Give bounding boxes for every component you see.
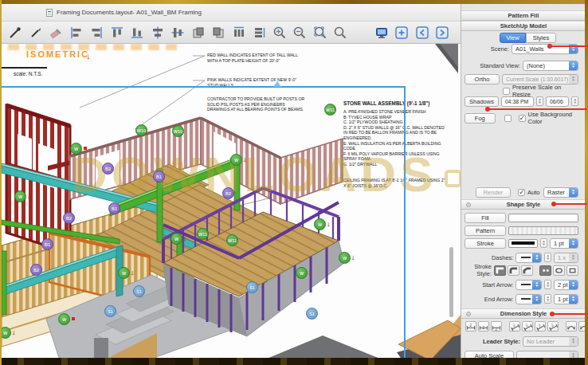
dim-angle-right-button[interactable]: 2 bbox=[547, 321, 559, 332]
shadow-time-field[interactable]: 04:38 PM bbox=[501, 96, 534, 107]
time-stepper-icon[interactable]: ▲▼ bbox=[536, 96, 543, 106]
center-horizontally-tool-icon[interactable] bbox=[169, 24, 186, 41]
preserve-scale-checkbox[interactable] bbox=[503, 88, 510, 95]
callout-badge-b1[interactable]: B1 bbox=[108, 202, 120, 214]
dim-angle-left-button[interactable]: 2 bbox=[535, 321, 546, 332]
align-right-tool-icon[interactable] bbox=[88, 24, 105, 41]
callout-badge-w11[interactable]: W11 bbox=[226, 234, 238, 246]
callout-badge-w10[interactable]: W10 bbox=[172, 125, 184, 137]
zoom-in-tool-icon[interactable] bbox=[271, 24, 288, 41]
eyedropper-tool-icon[interactable] bbox=[6, 24, 24, 41]
previous-page-button-icon[interactable] bbox=[414, 24, 431, 41]
tab-styles[interactable]: Styles bbox=[526, 33, 556, 43]
dim-text-center-button[interactable]: 2 bbox=[478, 321, 489, 332]
zoom-out-tool-icon[interactable] bbox=[291, 24, 308, 41]
tray-collapse-dot[interactable] bbox=[466, 312, 471, 316]
align-left-tool-icon[interactable] bbox=[68, 24, 85, 41]
callout-badge-s1[interactable]: S1 bbox=[246, 281, 258, 293]
render-mode-select[interactable]: Raster ▲▼ bbox=[543, 187, 578, 198]
align-top-tool-icon[interactable] bbox=[108, 24, 126, 41]
selection-box-right[interactable] bbox=[404, 86, 406, 358]
fog-button[interactable]: Fog bbox=[465, 113, 496, 124]
callout-badge-w[interactable]: W↓ bbox=[314, 218, 326, 230]
cap-dash-button[interactable] bbox=[539, 265, 551, 276]
dashes-select[interactable]: ▲▼ bbox=[515, 253, 542, 263]
ortho-button[interactable]: Ortho bbox=[465, 74, 500, 84]
join-miter-button[interactable] bbox=[494, 265, 506, 276]
document-canvas[interactable]: ISOMETRIC ↓ scale: N.T.S. RED WALL INDIC… bbox=[2, 44, 461, 358]
fill-button[interactable]: Fill bbox=[465, 213, 506, 223]
scale-note[interactable]: scale: N.T.S. bbox=[14, 71, 42, 77]
auto-render-checkbox[interactable] bbox=[518, 189, 525, 196]
fog-checkbox[interactable] bbox=[504, 115, 512, 122]
dash-scale-select[interactable]: 1 x ▲▼ bbox=[554, 253, 578, 263]
callout-badge-w10[interactable]: W10 bbox=[135, 124, 147, 136]
pen-tool-icon[interactable] bbox=[27, 24, 45, 41]
background-color-checkbox[interactable] bbox=[519, 115, 526, 122]
fill-swatch[interactable] bbox=[508, 214, 578, 222]
zoom-tool-icon[interactable] bbox=[331, 24, 349, 41]
move-backward-tool-icon[interactable] bbox=[210, 24, 227, 41]
note-red-wall[interactable]: RED WALL INDICATES EXTENT OF TALL WALL W… bbox=[207, 53, 306, 63]
space-vertically-tool-icon[interactable] bbox=[250, 24, 268, 41]
standard-view-select[interactable]: (None) ▲▼ bbox=[523, 61, 578, 71]
add-page-button-icon[interactable] bbox=[393, 24, 410, 41]
sketchup-model-tray-header[interactable]: SketchUp Model bbox=[461, 21, 586, 31]
join-round-button[interactable] bbox=[508, 265, 519, 276]
callout-badge-b2[interactable]: B2 bbox=[63, 212, 75, 224]
date-stepper-icon[interactable]: ▲▼ bbox=[571, 96, 578, 106]
zoom-window-tool-icon[interactable] bbox=[312, 24, 329, 41]
join-bevel-button[interactable] bbox=[521, 265, 533, 276]
dim-angle-aligned-button[interactable]: 2 bbox=[509, 321, 520, 332]
stroke-width-select[interactable]: 1 pt ▲▼ bbox=[550, 238, 578, 249]
callout-badge-w[interactable]: W↓ bbox=[339, 252, 351, 264]
dim-text-below-button[interactable]: 2 bbox=[491, 321, 502, 332]
end-arrow-size-select[interactable]: 1 pt ▲▼ bbox=[554, 294, 578, 304]
next-page-button-icon[interactable] bbox=[433, 24, 451, 41]
render-button[interactable]: Render bbox=[476, 187, 511, 198]
callout-badge-b1[interactable]: B1 bbox=[41, 238, 53, 250]
cap-square-button[interactable] bbox=[566, 265, 578, 276]
callout-badge-w[interactable]: W↓ bbox=[230, 154, 242, 166]
callout-badge-b1[interactable]: B1 bbox=[153, 171, 165, 182]
callout-badge-b2[interactable]: B2 bbox=[222, 187, 234, 199]
shadow-date-field[interactable]: 06/06 bbox=[546, 96, 569, 107]
callout-badge-w[interactable]: W↓ bbox=[296, 267, 308, 279]
callout-badge-b2[interactable]: B2 bbox=[30, 264, 42, 276]
cap-round-button[interactable] bbox=[553, 265, 565, 276]
note-contractor[interactable]: CONTRACTOR TO PROVIDE BUILT UP POSTS OR … bbox=[207, 96, 306, 112]
callout-badge-s1[interactable]: S1 bbox=[104, 305, 116, 317]
scale-select[interactable]: Current Scale (1:30.6017) ▲▼ bbox=[502, 74, 578, 84]
tray-collapse-dot[interactable] bbox=[466, 202, 471, 207]
move-forward-tool-icon[interactable] bbox=[190, 24, 207, 41]
stroke-button[interactable]: Stroke bbox=[465, 238, 506, 249]
selection-rotate-handle[interactable] bbox=[273, 81, 281, 87]
shadows-button[interactable]: Shadows bbox=[465, 96, 499, 107]
stroke-width-stepper[interactable]: ▲▼ bbox=[540, 238, 547, 248]
callout-badge-w[interactable]: W bbox=[58, 313, 70, 325]
start-presentation-button-icon[interactable] bbox=[373, 24, 390, 41]
start-arrow-stepper[interactable]: ▲▼ bbox=[544, 280, 551, 289]
style-tool-icon[interactable] bbox=[47, 24, 65, 41]
align-bottom-tool-icon[interactable] bbox=[128, 24, 146, 41]
end-arrow-stepper[interactable]: ▲▼ bbox=[544, 294, 551, 304]
canvas-scrollbar[interactable] bbox=[449, 247, 453, 317]
center-vertically-tool-icon[interactable] bbox=[149, 24, 167, 41]
pattern-fill-tray-header[interactable]: Pattern Fill bbox=[461, 10, 586, 21]
start-arrow-select[interactable]: ▲▼ bbox=[515, 280, 542, 290]
callout-badge-w[interactable]: W↓ bbox=[14, 190, 26, 202]
view-title[interactable]: ISOMETRIC bbox=[26, 49, 89, 59]
note-ceiling[interactable]: CEILING FRAMING IS AT 8'-1 1/8" FRAMED U… bbox=[343, 178, 445, 188]
space-horizontally-tool-icon[interactable] bbox=[230, 24, 248, 41]
stone-wall-title[interactable]: STONE WALL ASSEMBLY (9'-1 1/8") bbox=[343, 101, 450, 107]
callout-badge-w11[interactable]: W11 bbox=[324, 104, 336, 116]
stroke-swatch[interactable] bbox=[508, 239, 538, 248]
callout-badge-w[interactable]: W↓ bbox=[171, 233, 182, 245]
titlebar[interactable]: Framing Documents.layout- A01_Wall_BM Fr… bbox=[2, 4, 461, 22]
callout-badge-s1[interactable]: S1 bbox=[306, 308, 318, 320]
selection-box-top[interactable] bbox=[2, 86, 405, 88]
callout-badge-w[interactable]: W↓ bbox=[118, 267, 130, 279]
leader-style-select[interactable]: No Leader ▲▼ bbox=[523, 336, 578, 347]
stone-wall-list[interactable]: A. PRE-FINISHED STONE VENEER FINISH B. T… bbox=[343, 109, 447, 167]
callout-badge-b2[interactable]: B2 bbox=[102, 163, 114, 175]
